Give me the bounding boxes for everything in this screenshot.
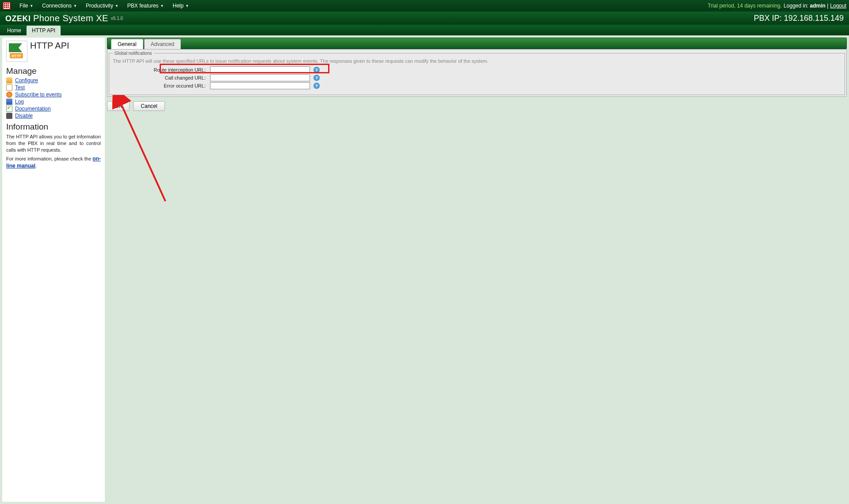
svg-rect-5 xyxy=(6,5,7,6)
help-icon[interactable]: ? xyxy=(314,67,320,73)
svg-rect-6 xyxy=(8,5,9,6)
caret-icon: ▼ xyxy=(115,4,119,8)
documentation-link[interactable]: Documentation xyxy=(15,106,51,112)
disable-link[interactable]: Disable xyxy=(15,113,33,119)
row-error-occured: Error occured URL: ? xyxy=(113,82,841,89)
svg-text:HTTP: HTTP xyxy=(12,54,22,58)
sidebar-item-configure: Configure xyxy=(6,77,101,84)
svg-line-12 xyxy=(120,102,165,201)
svg-rect-2 xyxy=(6,3,7,4)
maintab-httpapi[interactable]: HTTP API xyxy=(27,26,61,35)
sidebar-item-disable: Disable xyxy=(6,112,101,119)
logged-in-text: Logged in: admin | xyxy=(784,3,828,9)
menu-file[interactable]: File▼ xyxy=(15,0,38,11)
help-icon[interactable]: ? xyxy=(314,83,320,89)
menu-help-label: Help xyxy=(173,3,184,9)
http-api-icon: HTTP xyxy=(6,41,27,62)
annotation-arrow-icon xyxy=(112,95,183,210)
sidebar-item-subscribe: Subscribe to events xyxy=(6,91,101,98)
configure-link[interactable]: Configure xyxy=(15,77,38,84)
sidebar-item-log: Log xyxy=(6,98,101,105)
input-call-url[interactable] xyxy=(210,74,310,81)
settings-tab-strip: General Advanced xyxy=(107,38,847,49)
label-route-url: Route interception URL: xyxy=(113,67,210,73)
sidebar-item-documentation: Documentation xyxy=(6,105,101,112)
sidebar: HTTP HTTP API Manage Configure Test Subs… xyxy=(2,38,105,502)
help-icon[interactable]: ? xyxy=(314,75,320,81)
logged-user: admin xyxy=(810,3,826,9)
manage-header: Manage xyxy=(6,66,101,76)
caret-icon: ▼ xyxy=(185,4,189,8)
global-notifications-fieldset: Global notifications The HTTP API will u… xyxy=(109,51,845,95)
subscribe-icon xyxy=(6,92,12,98)
tab-general[interactable]: General xyxy=(111,39,143,49)
svg-rect-1 xyxy=(4,3,5,4)
menu-connections-label: Connections xyxy=(42,3,72,9)
caret-icon: ▼ xyxy=(73,4,77,8)
ok-button[interactable]: OK xyxy=(107,101,130,111)
menu-productivity-label: Productivity xyxy=(86,3,113,9)
main-tab-strip: Home HTTP API xyxy=(0,25,849,35)
svg-rect-3 xyxy=(8,3,9,4)
ip-value: 192.168.115.149 xyxy=(784,14,844,23)
menu-pbxfeatures-label: PBX features xyxy=(127,3,159,9)
content-area: General Advanced Global notifications Th… xyxy=(107,38,847,502)
info-p2-prefix: For more information, please check the xyxy=(6,156,92,161)
brand-product: Phone System XE xyxy=(33,13,108,23)
configure-icon xyxy=(6,77,12,84)
app-logo-icon xyxy=(3,2,11,10)
logged-prefix: Logged in: xyxy=(784,3,810,9)
documentation-icon xyxy=(6,106,12,112)
settings-panel: Global notifications The HTTP API will u… xyxy=(107,49,847,97)
caret-icon: ▼ xyxy=(161,4,164,8)
cancel-button[interactable]: Cancel xyxy=(133,101,164,111)
brand-ozeki: OZEKI xyxy=(5,14,31,23)
svg-rect-8 xyxy=(6,7,7,8)
caret-icon: ▼ xyxy=(30,4,33,8)
fieldset-legend: Global notifications xyxy=(113,51,154,56)
button-row: OK Cancel xyxy=(107,101,847,111)
row-route-interception: Route interception URL: ? xyxy=(113,66,841,73)
test-icon xyxy=(6,84,12,91)
info-paragraph-1: The HTTP API allows you to get informati… xyxy=(6,134,101,153)
input-error-url[interactable] xyxy=(210,82,310,89)
title-bar: OZEKI Phone System XE v5.1.0 PBX IP: 192… xyxy=(0,11,849,25)
label-call-url: Call changed URL: xyxy=(113,75,210,80)
svg-rect-4 xyxy=(4,5,5,6)
pbx-ip: PBX IP: 192.168.115.149 xyxy=(754,14,844,23)
menu-help[interactable]: Help▼ xyxy=(168,0,194,11)
sidebar-title: HTTP API xyxy=(30,41,69,51)
logout-link[interactable]: Logout xyxy=(830,3,846,9)
information-header: Information xyxy=(6,122,101,132)
info-p2-suffix: . xyxy=(35,163,37,168)
menu-pbxfeatures[interactable]: PBX features▼ xyxy=(123,0,168,11)
ip-label: PBX IP: xyxy=(754,14,784,23)
trial-status: Trial period, 14 days remaining. xyxy=(708,3,782,9)
row-call-changed: Call changed URL: ? xyxy=(113,74,841,81)
input-route-url[interactable] xyxy=(210,66,310,73)
menu-connections[interactable]: Connections▼ xyxy=(38,0,81,11)
log-icon xyxy=(6,99,12,105)
top-menubar: File▼ Connections▼ Productivity▼ PBX fea… xyxy=(0,0,849,11)
disable-icon xyxy=(6,113,12,119)
info-paragraph-2: For more information, please check the o… xyxy=(6,155,101,169)
version-label: v5.1.0 xyxy=(111,16,123,21)
test-link[interactable]: Test xyxy=(15,84,25,91)
sidebar-item-test: Test xyxy=(6,84,101,91)
fieldset-description: The HTTP API will use these specified UR… xyxy=(113,58,841,64)
menu-file-label: File xyxy=(19,3,28,9)
svg-rect-9 xyxy=(8,7,9,8)
maintab-home[interactable]: Home xyxy=(2,26,27,35)
svg-rect-7 xyxy=(4,7,5,8)
tab-advanced[interactable]: Advanced xyxy=(144,39,181,49)
subscribe-link[interactable]: Subscribe to events xyxy=(15,92,61,98)
log-link[interactable]: Log xyxy=(15,99,24,105)
menu-productivity[interactable]: Productivity▼ xyxy=(81,0,123,11)
label-error-url: Error occured URL: xyxy=(113,83,210,88)
